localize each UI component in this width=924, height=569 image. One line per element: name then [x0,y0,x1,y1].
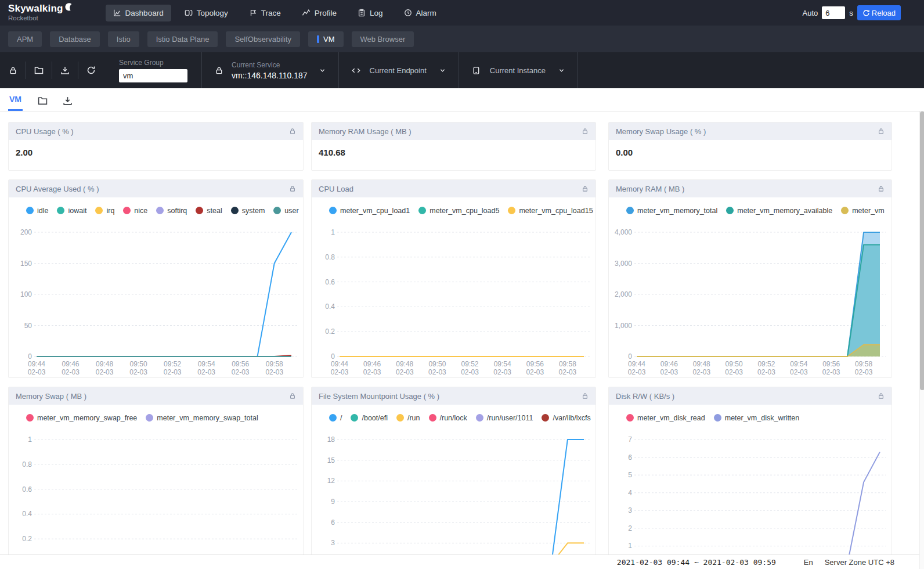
legend-item[interactable]: meter_vm_cpu_load15 [508,207,593,215]
download-icon[interactable] [63,96,73,111]
refresh-icon [86,66,96,75]
legend-item[interactable]: irq [95,207,114,215]
legend-dot [95,207,103,214]
nav-item-log[interactable]: Log [350,5,391,21]
legend-label: system [242,207,265,215]
lock-icon[interactable] [582,392,589,399]
legend-item[interactable]: meter_vm_memory_total [626,207,717,215]
legend-item[interactable]: system [231,207,265,215]
svg-text:3,000: 3,000 [615,260,632,268]
nav-item-topology[interactable]: Topology [177,5,236,21]
selector-current-instance[interactable]: Current Instance [459,52,578,88]
svg-text:02-03: 02-03 [396,368,414,376]
legend-item[interactable]: meter_vm_cpu_load1 [329,207,410,215]
legend-item[interactable]: meter_vm [841,207,885,215]
lock-icon[interactable] [878,128,885,135]
selector-current-service[interactable]: Current Service vm::146.148.110.187 [202,52,338,88]
download-button[interactable] [52,52,78,88]
svg-text:09:54: 09:54 [790,360,807,368]
legend-item[interactable]: / [329,414,342,422]
scrollbar-thumb[interactable] [920,111,924,390]
dashboard-tab-web-browser[interactable]: Web Browser [352,31,414,47]
language-toggle[interactable]: En [804,558,813,567]
svg-text:7: 7 [628,435,632,444]
dashboard-tab-istio[interactable]: Istio [108,31,139,47]
svg-text:15: 15 [327,456,335,464]
svg-text:50: 50 [24,322,33,330]
legend-item[interactable]: user [273,207,298,215]
folder-button[interactable] [26,52,52,88]
dashboard-tab-database[interactable]: Database [50,31,100,47]
svg-text:0.6: 0.6 [325,278,335,286]
service-group-input[interactable] [119,69,187,82]
svg-text:5: 5 [628,471,632,479]
reload-button[interactable]: Reload [857,5,901,20]
svg-text:02-03: 02-03 [660,368,678,376]
legend-item[interactable]: meter_vm_cpu_load5 [418,207,499,215]
svg-text:02-03: 02-03 [265,368,283,376]
legend-item[interactable]: steal [196,207,222,215]
card-header: Memory RAM Usage ( MB ) [312,123,595,140]
logo[interactable]: Skywalking Rocketbot [8,3,73,22]
legend-item[interactable]: meter_vm_memory_available [726,207,832,215]
stat-value: 410.68 [312,140,595,165]
svg-text:09:50: 09:50 [428,360,446,368]
lock-icon[interactable] [289,392,296,399]
svg-text:09:54: 09:54 [198,360,215,368]
card-header: CPU Average Used ( % ) [9,180,303,197]
nav-item-alarm[interactable]: Alarm [396,5,444,21]
legend-label: idle [37,207,48,215]
legend-item[interactable]: softirq [156,207,187,215]
legend-item[interactable]: iowait [57,207,86,215]
svg-text:02-03: 02-03 [855,368,873,376]
scrollbar-track[interactable] [919,111,924,569]
card-header: Memory Swap ( MB ) [9,387,303,405]
dashboard-tab-istio-data-plane[interactable]: Istio Data Plane [147,31,218,47]
moon-logo-icon [64,2,73,13]
legend-item[interactable]: /run/user/1011 [476,414,533,422]
lock-icon[interactable] [878,185,885,192]
svg-text:09:52: 09:52 [164,360,181,368]
legend-item[interactable]: /run/lock [429,414,467,422]
legend-item[interactable]: meter_vm_disk_read [626,414,705,422]
chart-card: CPU Load meter_vm_cpu_load1 meter_vm_cpu… [311,179,596,378]
legend-item[interactable]: meter_vm_memory_swap_total [146,414,258,422]
folder-icon[interactable] [38,96,48,111]
code-icon [352,66,360,75]
lock-icon[interactable] [289,128,296,135]
legend-dot [329,414,337,422]
legend-item[interactable]: /var/lib/lxcfs [542,414,590,422]
lock-icon[interactable] [582,128,589,135]
svg-text:2: 2 [628,524,632,532]
lock-icon-button[interactable] [0,52,26,88]
auto-interval-input[interactable] [822,6,845,19]
legend-item[interactable]: /run [396,414,420,422]
nav-item-dashboard[interactable]: Dashboard [106,5,171,21]
legend-item[interactable]: nice [123,207,147,215]
nav-item-label: Dashboard [125,9,164,17]
charts-row-2: Memory Swap ( MB ) meter_vm_memory_swap_… [8,387,924,569]
nav-item-profile[interactable]: Profile [294,5,344,21]
tab-vm[interactable]: VM [8,95,23,111]
lock-icon[interactable] [289,185,296,192]
legend-item[interactable]: meter_vm_disk_written [714,414,800,422]
trace-icon [249,9,257,17]
svg-text:02-03: 02-03 [62,368,80,376]
toolbar-icon-group [0,52,104,88]
legend-item[interactable]: meter_vm_memory_swap_free [26,414,137,422]
legend-label: meter_vm_memory_total [637,207,717,215]
nav-item-label: Alarm [416,9,436,17]
lock-icon[interactable] [878,392,885,399]
server-zone[interactable]: Server Zone UTC +8 [825,558,894,567]
refresh-button[interactable] [78,52,104,88]
topology-icon [185,9,193,17]
dashboard-tab-apm[interactable]: APM [8,31,42,47]
selector-current-endpoint[interactable]: Current Endpoint [339,52,459,88]
legend-item[interactable]: idle [26,207,48,215]
legend-item[interactable]: /boot/efi [351,414,387,422]
time-range[interactable]: 2021-02-03 09:44 ~ 2021-02-03 09:59 [617,558,776,567]
lock-icon[interactable] [582,185,589,192]
dashboard-tab-selfobservability[interactable]: SelfObservability [226,31,300,47]
dashboard-tab-vm[interactable]: VM [308,31,344,47]
nav-item-trace[interactable]: Trace [241,5,288,21]
